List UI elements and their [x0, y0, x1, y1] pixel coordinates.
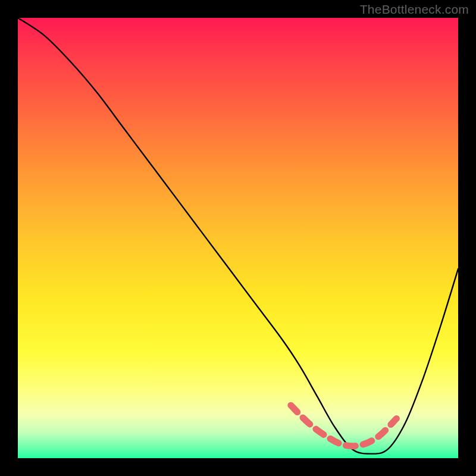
watermark-text: TheBottleneck.com: [360, 2, 469, 17]
chart-frame: TheBottleneck.com: [0, 0, 476, 476]
plot-area: [18, 18, 458, 458]
curve-overlay: [18, 18, 458, 458]
bottleneck-curve-path: [18, 18, 458, 454]
